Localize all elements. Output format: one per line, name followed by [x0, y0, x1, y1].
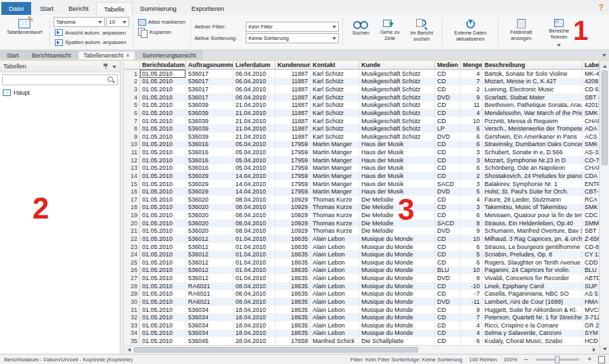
grid-cell[interactable]: SMMD	[583, 219, 600, 227]
zoom-slider[interactable]	[536, 359, 579, 361]
grid-cell[interactable]: 11887	[275, 93, 311, 101]
grid-cell[interactable]: Musique du Monde	[359, 235, 435, 243]
row-number[interactable]: 31	[124, 306, 140, 314]
grid-cell[interactable]: RCA 6	[583, 196, 600, 204]
table-row[interactable]: 3101.05.201053603418.04.201018635Alain L…	[124, 306, 600, 314]
grid-cell[interactable]: 536045	[186, 337, 233, 345]
grid-cell[interactable]: Thomas Kurze	[311, 219, 359, 227]
grid-cell[interactable]: DVD	[435, 274, 461, 282]
grid-cell[interactable]: 01.05.2010	[140, 321, 186, 329]
column-header-beschreibung[interactable]: Beschreibung	[482, 61, 583, 70]
im-bericht-suchen-button[interactable]: Im Bericht suchen	[405, 17, 438, 43]
grid-cell[interactable]: 17959	[275, 148, 311, 156]
row-number[interactable]: 30	[124, 298, 140, 306]
grid-cell[interactable]: HMA 1	[583, 298, 600, 306]
grid-cell[interactable]: Stravinsky, Dumbarton Oaks Concerto	[482, 141, 583, 149]
grid-cell[interactable]: 01.05.2010	[140, 85, 186, 93]
grid-cell[interactable]: Karl Schütz	[311, 78, 359, 86]
row-number[interactable]: 19	[124, 211, 140, 219]
grid-cell[interactable]: 11887	[275, 133, 311, 141]
grid-cell[interactable]: 42015	[583, 101, 600, 110]
grid-cell[interactable]: 11887	[275, 101, 311, 110]
grid-cell[interactable]: Lambert, Airs de Cour (1689)	[482, 298, 583, 306]
grid-cell[interactable]: 01.05.2010	[140, 133, 186, 141]
grid-cell[interactable]: Haus der Musik	[359, 187, 435, 196]
grid-cell[interactable]: 01.05.2010	[140, 250, 186, 258]
grid-cell[interactable]: Beethoven, Pathetique Sonata, Arau	[482, 101, 583, 110]
grid-cell[interactable]: 01.05.2010	[140, 227, 186, 235]
row-number[interactable]: 18	[124, 204, 140, 212]
grid-cell[interactable]: Haus der Musik	[359, 164, 435, 173]
grid-cell[interactable]: 01.05.2010	[140, 337, 186, 345]
grid-cell[interactable]: 05.04.2010	[233, 141, 275, 149]
row-number[interactable]: 26	[124, 267, 140, 275]
grid-cell[interactable]: RA6021	[186, 282, 233, 290]
grid-cell[interactable]: 536034	[186, 313, 233, 321]
grid-cell[interactable]: HCD 1	[583, 337, 600, 345]
grid-cell[interactable]: 9	[461, 93, 482, 101]
grid-cell[interactable]: Versch., Meisterwerke der Trompete	[482, 124, 583, 133]
grid-cell[interactable]: Alain Lebon	[311, 290, 359, 298]
grid-cell[interactable]: Ricci, Crispino e la Comare	[482, 321, 583, 329]
grid-cell[interactable]: CDA 6	[583, 172, 600, 180]
grid-cell[interactable]: 14.04.2010	[233, 180, 275, 188]
grid-cell[interactable]: 18635	[275, 267, 311, 275]
grid-cell[interactable]: CD	[435, 101, 461, 110]
grid-cell[interactable]: Karl Schütz	[311, 93, 359, 101]
grid-cell[interactable]: 536039	[186, 117, 233, 125]
grid-cell[interactable]: 18635	[275, 313, 311, 321]
grid-cell[interactable]: CO-77	[583, 156, 600, 164]
grid-cell[interactable]: 17959	[275, 172, 311, 180]
table-row[interactable]: 701.05.201053603921.04.201011887Karl Sch…	[124, 117, 600, 125]
grid-cell[interactable]: 17959	[275, 187, 311, 196]
grid-cell[interactable]: CD	[435, 250, 461, 258]
grid-cell[interactable]: 08.04.2010	[233, 204, 275, 212]
grid-cell[interactable]: 536020	[186, 196, 233, 204]
grid-cell[interactable]: 11	[461, 101, 482, 110]
feldinhalt-button[interactable]: Feldinhalt anzeigen	[502, 17, 540, 42]
grid-cell[interactable]: Martin Manger	[311, 141, 359, 149]
row-number[interactable]: 17	[124, 196, 140, 204]
table-row[interactable]: 3201.05.201053603418.04.201018635Alain L…	[124, 313, 600, 321]
grid-cell[interactable]: Schumann, Manfred Overture, Bav SO	[482, 227, 583, 235]
grid-cell[interactable]: Gershwin, Ein Amerikaner in Paris	[482, 133, 583, 141]
table-row[interactable]: 401.05.201053601706.04.201011887Karl Sch…	[124, 93, 600, 101]
grid-cell[interactable]: 9	[461, 306, 482, 314]
table-row[interactable]: 1001.05.201053601605.04.201017959Martin …	[124, 141, 600, 149]
grid-cell[interactable]: CD	[435, 156, 461, 164]
zoom-out-button[interactable]: –	[524, 356, 528, 363]
grid-cell[interactable]: Paganini, 24 Caprices for violin.	[482, 267, 583, 275]
grid-cell[interactable]: 01.05.2010	[140, 172, 186, 180]
grid-cell[interactable]: Alain Lebon	[311, 267, 359, 275]
grid-cell[interactable]: Mozart, Messe in C, K.427	[482, 78, 583, 86]
grid-cell[interactable]: 01.04.2010	[233, 274, 275, 282]
grid-cell[interactable]: Thomas Kurze	[311, 196, 359, 204]
grid-cell[interactable]: Musique du Monde	[359, 267, 435, 275]
grid-cell[interactable]: Selma y Salaverde, Canzoni	[482, 329, 583, 338]
grid-cell[interactable]: CD	[435, 164, 461, 173]
gehe-zu-zeile-button[interactable]: Gehe zu Zeile	[375, 17, 405, 42]
grid-cell[interactable]: 17959	[275, 164, 311, 173]
vertical-scroll-thumb[interactable]	[602, 70, 608, 165]
grid-cell[interactable]: BLU	[435, 267, 461, 275]
grid-cell[interactable]: Martin Manger	[311, 164, 359, 173]
grid-cell[interactable]: Musique du Monde	[359, 243, 435, 251]
grid-cell[interactable]: 3-712	[583, 313, 600, 321]
grid-cell[interactable]: Haus der Musik	[359, 141, 435, 149]
grid-cell[interactable]: Karl Schütz	[311, 117, 359, 125]
grid-cell[interactable]: SUP 1	[583, 282, 600, 290]
grid-cell[interactable]: CD	[435, 235, 461, 243]
grid-cell[interactable]: 18635	[275, 298, 311, 306]
column-header-rownum[interactable]	[124, 61, 140, 70]
grid-cell[interactable]: Rogers, Slaughter on Tenth Avenue	[482, 258, 583, 267]
table-row[interactable]: 2301.05.201053601201.04.201018635Alain L…	[124, 243, 600, 251]
grid-cell[interactable]: 536017	[186, 85, 233, 93]
grid-cell[interactable]: Haus der Musik	[359, 172, 435, 180]
grid-cell[interactable]: 01.05.2010	[140, 180, 186, 188]
table-row[interactable]: 1401.05.201053602914.04.201017959Martin …	[124, 172, 600, 180]
grid-cell[interactable]: 536039	[186, 124, 233, 133]
row-number[interactable]: 27	[124, 274, 140, 282]
table-row[interactable]: 601.05.201053603921.04.201011887Karl Sch…	[124, 109, 600, 117]
ribbon-tab-summierung[interactable]: Summierung	[133, 2, 184, 15]
column-header-medien[interactable]: Medien	[435, 61, 461, 70]
